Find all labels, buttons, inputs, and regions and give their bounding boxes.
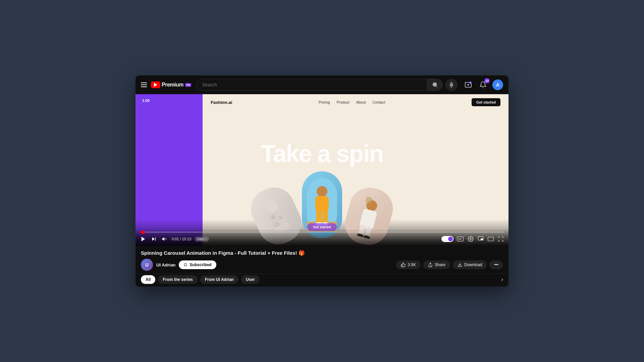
volume-button[interactable] [161,235,168,243]
hamburger-menu-icon[interactable] [141,82,147,87]
progress-bar[interactable] [140,232,504,233]
channel-name[interactable]: UI Adrian [156,262,175,267]
svg-point-14 [317,186,327,197]
theater-button[interactable] [487,236,494,242]
settings-icon [468,236,474,242]
toggle-knob [448,237,453,241]
share-label: Share [435,262,445,267]
nav-contact: Contact [372,100,385,104]
skip-icon [151,236,157,242]
video-content: Fashion.ai Pricing Product About Contact… [136,94,508,246]
search-input[interactable] [197,79,427,90]
miniplayer-button[interactable] [477,235,484,243]
tab-from-series[interactable]: From the series [158,275,197,284]
like-count: 3.5K [408,262,416,267]
create-button[interactable] [463,79,474,90]
fashion-logo: Fashion.ai [211,100,232,105]
tabs-scroll-arrow[interactable]: › [501,277,503,283]
channel-info: U UI Adrian Subscribed [141,259,216,271]
download-button[interactable]: Download [453,260,487,269]
right-controls: CC [441,235,504,243]
tab-all[interactable]: All [141,275,155,284]
svg-rect-17 [322,210,328,223]
youtube-logo: Premium TM [151,81,191,88]
svg-marker-27 [152,237,155,241]
settings-button[interactable] [467,235,474,243]
time-display: 0:01 / 15:13 [172,237,191,241]
notifications-button[interactable]: 10 [478,79,488,90]
svg-rect-28 [155,237,156,241]
intro-label: Intro [197,237,204,241]
fashion-cta-button[interactable]: Get started [472,98,500,106]
download-icon [458,262,462,267]
header-right: 10 A [463,79,503,90]
tab-all-label: All [146,277,151,282]
play-icon [140,236,146,242]
video-area: Fashion.ai Pricing Product About Contact… [136,94,508,287]
play-button[interactable] [140,235,147,243]
tab-from-series-label: From the series [163,277,193,282]
svg-marker-26 [142,237,145,241]
nav-product: Product [337,100,350,104]
theater-icon [488,237,494,241]
action-buttons: 3.5K Share [377,260,503,269]
video-info: Spinning Carousel Animation in Figma - F… [136,246,508,274]
subscribe-button[interactable]: Subscribed [179,260,216,269]
share-icon [428,262,433,267]
cc-button[interactable]: CC [456,236,464,242]
search-button[interactable] [427,79,442,90]
more-dots: ••• [494,262,498,267]
tab-from-ui-adrian-label: From UI Adrian [205,277,234,282]
nav-about: About [356,100,366,104]
subscribe-label: Subscribed [190,262,211,267]
mic-icon [449,82,454,87]
user-avatar[interactable]: A [492,79,503,90]
search-container [197,79,458,91]
create-icon [465,81,472,88]
autoplay-toggle[interactable] [441,236,453,242]
share-button[interactable]: Share [423,260,450,269]
svg-point-32 [470,238,472,240]
progress-dot [142,231,145,234]
cc-icon: CC [457,236,464,242]
search-bar [197,79,443,91]
tab-user-label: User [246,277,255,282]
bell-small-icon [183,263,187,267]
svg-rect-15 [315,196,329,211]
miniplayer-icon [478,236,484,242]
intro-badge[interactable]: Intro › [195,237,209,242]
nav-pricing: Pricing [319,100,330,104]
tab-user[interactable]: User [241,275,260,284]
channel-avatar: U [141,259,153,271]
fashion-site-header: Fashion.ai Pricing Product About Contact… [203,94,508,110]
svg-text:CC: CC [458,238,462,240]
skip-next-button[interactable] [150,235,158,243]
mic-button[interactable] [445,79,458,91]
thumbs-up-icon [401,262,406,267]
youtube-logo-text: Premium [162,82,183,88]
search-icon [432,82,438,88]
like-button[interactable]: 3.5K [396,260,421,269]
tab-from-ui-adrian[interactable]: From UI Adrian [200,275,238,284]
channel-avatar-image: U [141,259,153,271]
timestamp-badge: 1:00 [140,98,152,104]
more-options-button[interactable]: ••• [489,260,503,269]
volume-icon [162,236,168,242]
youtube-logo-icon [151,81,160,88]
svg-rect-16 [316,210,322,223]
svg-rect-35 [488,237,494,241]
notification-count: 10 [484,78,490,83]
premium-badge: TM [185,83,191,87]
fullscreen-icon [498,236,504,242]
svg-rect-0 [451,82,452,85]
header-left: Premium TM [141,81,191,88]
controls-row: 0:01 / 15:13 Intro › [140,235,504,243]
video-player[interactable]: Fashion.ai Pricing Product About Contact… [136,94,508,246]
video-controls: 0:01 / 15:13 Intro › [136,229,508,246]
video-meta: U UI Adrian Subscribed [141,259,503,271]
browser-window: Premium TM [136,75,508,287]
video-title: Spinning Carousel Animation in Figma - F… [141,250,503,256]
fullscreen-button[interactable] [497,235,504,243]
youtube-header: Premium TM [136,75,508,94]
svg-rect-34 [481,239,483,240]
